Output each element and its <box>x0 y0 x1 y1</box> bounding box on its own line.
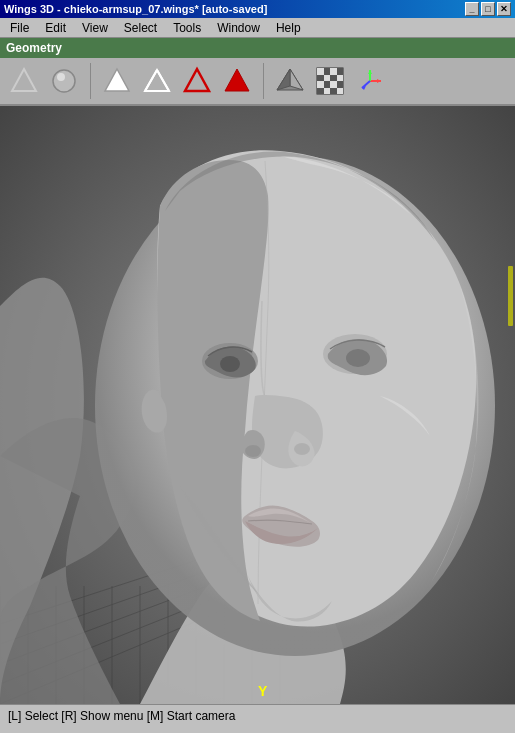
svg-point-58 <box>346 349 370 367</box>
svg-rect-20 <box>330 75 337 81</box>
svg-text:Y: Y <box>258 683 268 699</box>
svg-line-5 <box>145 70 157 91</box>
svg-line-6 <box>157 70 169 91</box>
svg-rect-23 <box>324 81 330 88</box>
status-text: [L] Select [R] Show menu [M] Start camer… <box>8 709 235 723</box>
svg-rect-24 <box>330 81 337 88</box>
axis-display-button[interactable] <box>352 63 388 99</box>
svg-marker-12 <box>277 69 290 90</box>
svg-line-32 <box>362 81 370 88</box>
toolbar <box>0 58 515 106</box>
svg-rect-22 <box>317 81 324 88</box>
toolbar-separator-1 <box>90 63 91 99</box>
object-mode-button[interactable] <box>272 63 308 99</box>
svg-point-1 <box>53 70 75 92</box>
svg-rect-19 <box>324 75 330 81</box>
svg-rect-28 <box>330 88 337 94</box>
svg-rect-18 <box>317 75 324 81</box>
svg-rect-15 <box>324 68 330 75</box>
svg-marker-33 <box>377 79 381 83</box>
svg-marker-8 <box>185 69 209 91</box>
geometry-label: Geometry <box>6 41 62 55</box>
title-text: Wings 3D - chieko-armsup_07.wings* [auto… <box>4 3 267 15</box>
material-checker-button[interactable] <box>312 63 348 99</box>
menu-select[interactable]: Select <box>116 18 165 37</box>
status-bar: [L] Select [R] Show menu [M] Start camer… <box>0 704 515 726</box>
title-bar: Wings 3D - chieko-armsup_07.wings* [auto… <box>0 0 515 18</box>
minimize-button[interactable]: _ <box>465 2 479 16</box>
svg-marker-9 <box>225 69 249 91</box>
face-select-red-button[interactable] <box>179 63 215 99</box>
vertex-mode-button[interactable] <box>6 63 42 99</box>
menu-file[interactable]: File <box>2 18 37 37</box>
svg-rect-17 <box>337 68 343 75</box>
menu-view[interactable]: View <box>74 18 116 37</box>
svg-rect-16 <box>330 68 337 75</box>
menu-help[interactable]: Help <box>268 18 309 37</box>
svg-rect-27 <box>324 88 330 94</box>
svg-rect-61 <box>508 266 513 326</box>
face-solid-red-button[interactable] <box>219 63 255 99</box>
svg-point-59 <box>245 445 261 457</box>
svg-point-56 <box>220 356 240 372</box>
svg-marker-0 <box>12 69 36 91</box>
svg-marker-4 <box>145 70 169 91</box>
menu-edit[interactable]: Edit <box>37 18 74 37</box>
svg-rect-21 <box>337 75 343 81</box>
svg-rect-29 <box>337 88 343 94</box>
svg-marker-11 <box>290 69 303 90</box>
geometry-bar: Geometry <box>0 38 515 58</box>
window-controls: _ □ ✕ <box>465 2 511 16</box>
edge-mode-button[interactable] <box>99 63 135 99</box>
svg-rect-25 <box>337 81 343 88</box>
svg-marker-3 <box>105 69 129 91</box>
head-model-container: Y <box>0 106 515 704</box>
viewport[interactable]: Y <box>0 106 515 704</box>
toolbar-separator-2 <box>263 63 264 99</box>
menu-tools[interactable]: Tools <box>165 18 209 37</box>
maximize-button[interactable]: □ <box>481 2 495 16</box>
svg-rect-26 <box>317 88 324 94</box>
face-mode-button[interactable] <box>139 63 175 99</box>
svg-point-2 <box>57 73 65 81</box>
smooth-mode-button[interactable] <box>46 63 82 99</box>
menu-window[interactable]: Window <box>209 18 268 37</box>
svg-rect-14 <box>317 68 324 75</box>
close-button[interactable]: ✕ <box>497 2 511 16</box>
svg-marker-34 <box>368 70 372 74</box>
menu-bar: File Edit View Select Tools Window Help <box>0 18 515 38</box>
svg-point-60 <box>294 443 310 455</box>
